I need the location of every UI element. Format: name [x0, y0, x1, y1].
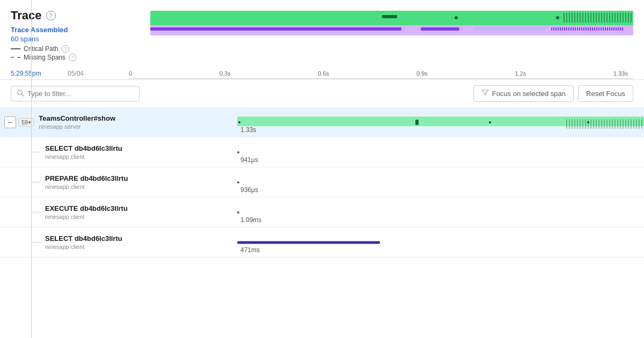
span-duration: 1.09ms: [240, 216, 261, 224]
span-duration: 941μs: [240, 156, 258, 164]
span-service: ninesapp server: [39, 123, 115, 130]
timeline-axis: 0 0.3s 0.6s 0.9s 1.2s 1.33s: [129, 70, 633, 77]
table-row[interactable]: − 59 ▾ TeamsController#show ninesapp ser…: [0, 107, 644, 137]
span-name-block: TeamsController#show ninesapp server: [39, 114, 115, 130]
span-dot: [237, 181, 239, 183]
span-duration: 1.33s: [240, 126, 256, 134]
child-count-label: 59: [21, 119, 28, 126]
collapse-button[interactable]: −: [4, 116, 16, 128]
minimap-hatch: [564, 13, 633, 23]
focus-btn-label: Focus on selected span: [492, 90, 566, 98]
span-dot: [237, 211, 239, 214]
critical-path-help-icon[interactable]: ?: [62, 45, 69, 53]
right-controls: Focus on selected span Reset Focus: [473, 85, 633, 102]
spans-count: 60 spans: [11, 35, 129, 43]
axis-tick-0: 0: [129, 70, 132, 77]
missing-spans-line-icon: [11, 57, 20, 58]
span-service: ninesapp client: [45, 153, 122, 160]
tree-v-line: [31, 0, 32, 338]
search-box[interactable]: [11, 86, 140, 101]
tree-h-line: [32, 182, 41, 182]
axis-line: [129, 78, 633, 79]
tree-h-line: [32, 212, 41, 212]
search-input[interactable]: [27, 90, 134, 98]
help-icon[interactable]: ?: [46, 11, 56, 20]
timestamp-left: 5:29:55pm 05/04: [11, 70, 129, 77]
span-name: SELECT db4bd6lc3llrtu: [45, 144, 122, 152]
span-bar-hatch: [566, 119, 644, 129]
header-section: Trace ? Trace Assembled 60 spans Critica…: [0, 0, 644, 67]
span-dot-mid: [489, 121, 491, 123]
trace-table: − 59 ▾ TeamsController#show ninesapp ser…: [0, 107, 644, 258]
timestamp-date: 05/04: [68, 70, 84, 77]
axis-ticks: 0 0.3s 0.6s 0.9s 1.2s 1.33s: [129, 70, 633, 77]
span-duration: 471ms: [240, 246, 260, 254]
span-right-2: 936μs: [236, 167, 644, 197]
span-left-1: SELECT db4bd6lc3llrtu ninesapp client: [0, 137, 236, 167]
minimap-purple-hatch: [551, 27, 624, 31]
trace-info: Trace ? Trace Assembled 60 spans Critica…: [11, 9, 129, 62]
span-name-block: PREPARE db4bd6lc3llrtu ninesapp client: [45, 174, 128, 190]
critical-path-legend: Critical Path ?: [11, 45, 129, 53]
critical-path-line-icon: [11, 48, 20, 49]
page-title: Trace: [11, 9, 42, 23]
trace-status: Trace Assembled: [11, 26, 129, 34]
minimap-dark-bar: [382, 15, 397, 18]
focus-on-selected-span-button[interactable]: Focus on selected span: [473, 85, 574, 102]
minimap-purple-gap2: [474, 27, 546, 31]
trace-title: Trace ?: [11, 9, 129, 23]
reset-focus-button[interactable]: Reset Focus: [578, 85, 633, 102]
table-row[interactable]: EXECUTE db4bd6lc3llrtu ninesapp client 1…: [0, 197, 644, 227]
span-name-block: SELECT db4bd6lc3llrtu ninesapp client: [45, 144, 122, 160]
span-service: ninesapp client: [45, 214, 128, 220]
timestamp-row: 5:29:55pm 05/04 0 0.3s 0.6s 0.9s 1.2s 1.…: [0, 67, 644, 80]
span-dot-start: [238, 121, 240, 123]
span-right-root: 1.33s: [236, 107, 644, 137]
tree-h-line: [32, 242, 41, 243]
missing-spans-label: Missing Spans: [24, 54, 65, 61]
span-left-2: PREPARE db4bd6lc3llrtu ninesapp client: [0, 167, 236, 197]
span-name-block: EXECUTE db4bd6lc3llrtu ninesapp client: [45, 204, 128, 220]
span-service: ninesapp client: [45, 244, 122, 250]
axis-tick-5: 1.33s: [613, 70, 628, 77]
axis-tick-4: 1.2s: [515, 70, 526, 77]
axis-tick-1: 0.3s: [219, 70, 231, 77]
timestamp-time: 5:29:55pm: [11, 70, 64, 77]
span-service: ninesapp client: [45, 183, 128, 190]
span-name: TeamsController#show: [39, 114, 115, 122]
child-count-badge[interactable]: 59 ▾: [18, 118, 34, 127]
critical-path-label: Critical Path: [24, 45, 58, 53]
span-dot: [237, 151, 239, 153]
span-left-root: − 59 ▾ TeamsController#show ninesapp ser…: [0, 107, 236, 137]
span-duration: 936μs: [240, 186, 258, 194]
minimap-dot1: [455, 16, 458, 19]
missing-spans-help-icon[interactable]: ?: [69, 54, 76, 61]
reset-btn-label: Reset Focus: [586, 90, 625, 98]
span-left-3: EXECUTE db4bd6lc3llrtu ninesapp client: [0, 197, 236, 227]
span-right-1: 941μs: [236, 137, 644, 167]
controls-row: Focus on selected span Reset Focus: [0, 80, 644, 107]
span-name: EXECUTE db4bd6lc3llrtu: [45, 204, 128, 212]
tree-connector: [32, 152, 41, 152]
minimap-container: [150, 9, 633, 35]
axis-tick-2: 0.6s: [318, 70, 329, 77]
table-row[interactable]: PREPARE db4bd6lc3llrtu ninesapp client 9…: [0, 167, 644, 197]
span-left-4: SELECT db4bd6lc3llrtu ninesapp client: [0, 227, 236, 257]
filter-icon: [481, 89, 489, 98]
span-name-block: SELECT db4bd6lc3llrtu ninesapp client: [45, 234, 122, 250]
minimap-purple-gap1: [421, 27, 459, 31]
span-name: PREPARE db4bd6lc3llrtu: [45, 174, 128, 182]
span-name: SELECT db4bd6lc3llrtu: [45, 234, 122, 243]
span-right-3: 1.09ms: [236, 197, 644, 227]
minimap-purple-bar: [150, 27, 401, 31]
table-row[interactable]: SELECT db4bd6lc3llrtu ninesapp client 94…: [0, 137, 644, 167]
minimap-dot2: [556, 16, 559, 19]
minimap[interactable]: [150, 11, 633, 35]
tree-h-line: [32, 152, 41, 152]
span-right-4: 471ms: [236, 227, 644, 257]
span-bar-dark: [415, 120, 419, 125]
table-row[interactable]: SELECT db4bd6lc3llrtu ninesapp client 47…: [0, 227, 644, 258]
search-icon: [17, 89, 24, 98]
span-bar-blue: [237, 241, 380, 244]
svg-line-1: [22, 94, 24, 97]
